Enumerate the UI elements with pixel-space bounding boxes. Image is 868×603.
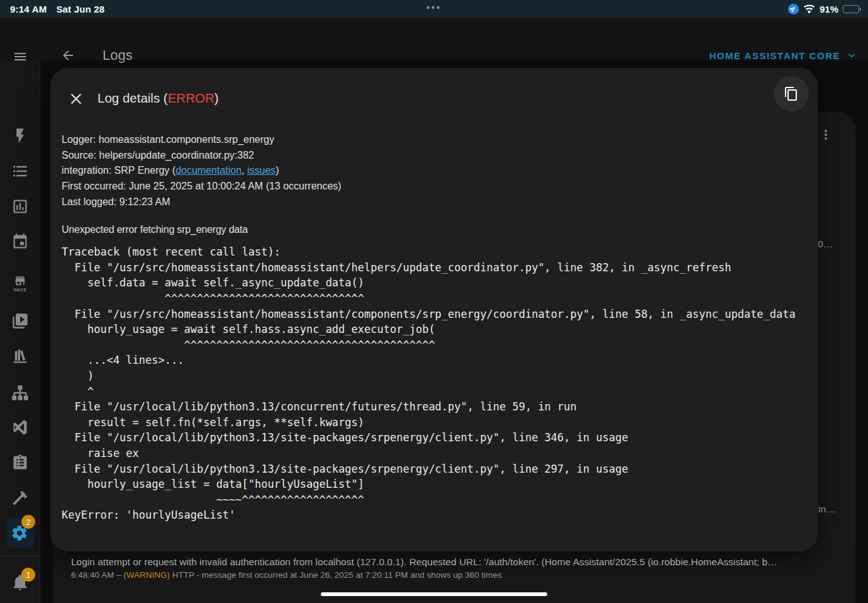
date: Sat Jun 28	[56, 4, 104, 14]
traceback-text: Traceback (most recent call last): File …	[62, 244, 806, 523]
back-arrow-icon[interactable]	[60, 48, 75, 63]
settings-badge: 2	[21, 515, 35, 529]
app-header: Logs HOME ASSISTANT CORE	[0, 18, 868, 60]
error-level-badge: ERROR	[168, 91, 214, 105]
todo-clipboard-icon	[11, 454, 29, 471]
sidebar-item-media[interactable]	[11, 312, 29, 330]
home-assistant-logs-screen: 9:14 AM Sat Jun 28 ••• 91% Logs HOME ASS…	[0, 0, 868, 603]
sidebar-divider	[0, 556, 40, 556]
sidebar: HACS 2 1 C	[0, 60, 40, 603]
location-services-icon	[788, 4, 799, 14]
close-icon[interactable]	[67, 90, 85, 108]
status-right: 91%	[788, 0, 859, 18]
dialog-body: Logger: homeassistant.components.srp_ene…	[62, 132, 806, 523]
logbook-list-icon	[11, 162, 29, 180]
multitask-dots-icon[interactable]: •••	[426, 3, 442, 13]
content-copy-icon	[784, 86, 799, 101]
sidebar-item-vscode[interactable]	[11, 419, 29, 436]
flash-icon	[11, 127, 29, 145]
sidebar-item-logbook[interactable]	[11, 162, 29, 180]
wifi-icon	[803, 3, 815, 15]
server-selector[interactable]: HOME ASSISTANT CORE	[709, 49, 858, 62]
calendar-icon	[11, 233, 29, 251]
dialog-title: Log details (ERROR)	[97, 91, 219, 106]
sidebar-item-history[interactable]	[11, 198, 29, 215]
sidebar-item-integrations[interactable]	[11, 384, 29, 402]
page-title: Logs	[103, 47, 133, 64]
developer-tools-hammer-icon	[11, 489, 29, 507]
copy-button[interactable]	[774, 76, 809, 111]
first-occurred-line: First occurred: June 25, 2025 at 10:00:2…	[62, 179, 806, 194]
log-list-item[interactable]: Login attempt or request with invalid au…	[71, 556, 840, 580]
sidebar-item-calendar[interactable]	[11, 233, 29, 251]
source-line: Source: helpers/update_coordinator.py:38…	[62, 148, 806, 164]
warning-level-badge: (WARNING)	[123, 570, 170, 580]
media-browser-icon	[11, 312, 29, 330]
server-selector-label: HOME ASSISTANT CORE	[709, 50, 840, 61]
log-message: Unexpected error fetching srp_energy dat…	[62, 223, 806, 236]
integration-line: integration: SRP Energy (documentation, …	[62, 163, 806, 179]
vscode-icon	[11, 419, 29, 436]
sidebar-item-notifications[interactable]: 1	[11, 573, 29, 591]
battery-icon	[843, 5, 859, 13]
log-item-meta: 6:48:40 AM – (WARNING) HTTP - message fi…	[71, 570, 840, 580]
documentation-link[interactable]: documentation	[175, 165, 242, 176]
history-chart-icon	[11, 198, 29, 215]
hacs-store-icon	[13, 274, 28, 287]
sidebar-item-developer-tools[interactable]	[11, 489, 29, 507]
logger-line: Logger: homeassistant.components.srp_ene…	[62, 132, 806, 148]
sidebar-item-library[interactable]	[11, 347, 29, 365]
issues-link[interactable]: issues	[247, 165, 275, 176]
home-indicator[interactable]	[321, 592, 547, 596]
last-logged-line: Last logged: 9:12:23 AM	[62, 194, 806, 210]
kebab-menu-icon[interactable]	[818, 127, 833, 142]
clock: 9:14 AM	[10, 4, 47, 14]
notifications-badge: 1	[21, 568, 35, 582]
sidebar-item-todo[interactable]	[11, 454, 29, 471]
bookshelf-icon	[11, 347, 29, 365]
sidebar-item-energy[interactable]	[11, 127, 29, 145]
ios-status-bar: 9:14 AM Sat Jun 28 ••• 91%	[0, 0, 868, 18]
sidebar-item-settings[interactable]: 2	[6, 518, 35, 548]
chevron-down-icon	[845, 49, 858, 62]
status-left: 9:14 AM Sat Jun 28	[10, 0, 104, 18]
hacs-label: HACS	[11, 288, 29, 292]
log-details-dialog: Log details (ERROR) Logger: homeassistan…	[50, 68, 818, 551]
sitemap-icon	[11, 384, 29, 402]
sidebar-item-hacs[interactable]: HACS	[11, 274, 29, 293]
battery-percent: 91%	[820, 4, 838, 14]
log-item-message: Login attempt or request with invalid au…	[71, 556, 840, 568]
